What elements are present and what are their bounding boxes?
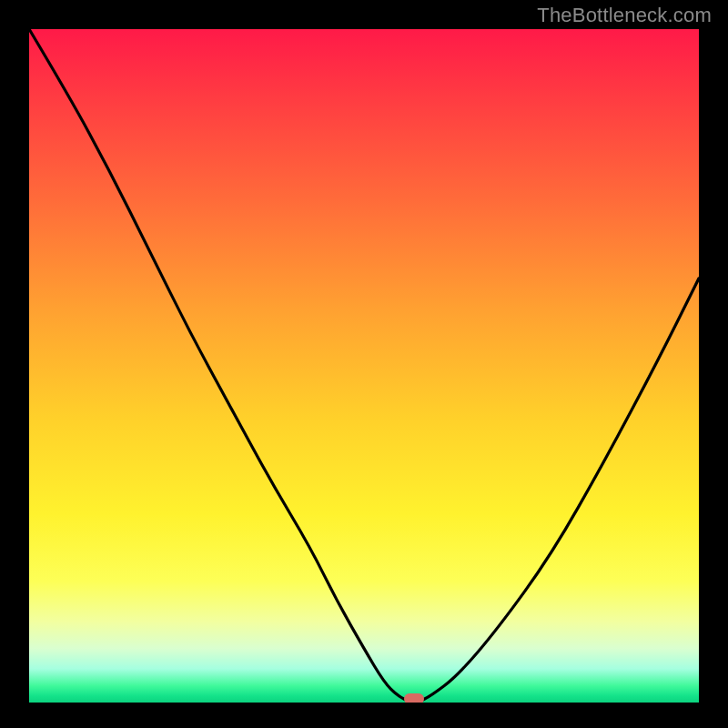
- bottleneck-curve: [29, 29, 699, 703]
- minimum-marker: [404, 693, 424, 703]
- plot-area: [29, 29, 699, 703]
- chart-container: TheBottleneck.com: [0, 0, 728, 728]
- watermark-text: TheBottleneck.com: [537, 4, 712, 27]
